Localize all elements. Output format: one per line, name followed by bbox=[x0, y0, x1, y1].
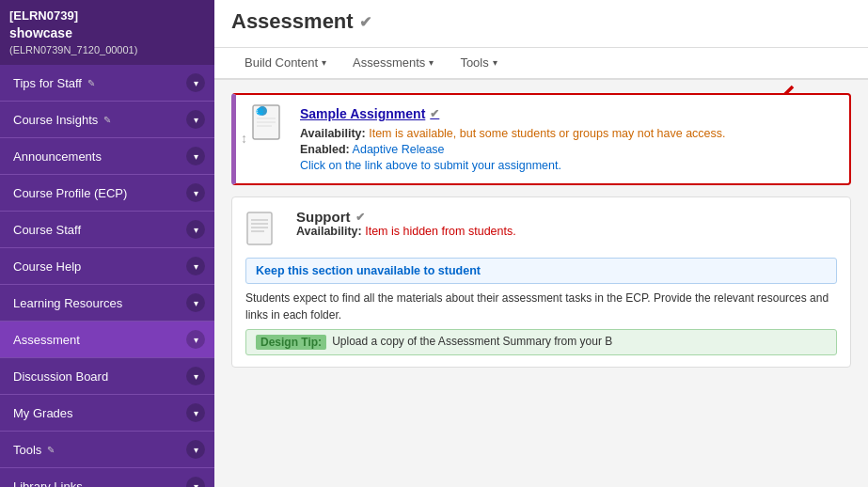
verified-icon: ✔ bbox=[430, 107, 439, 120]
external-link-icon: ✎ bbox=[47, 445, 55, 455]
assignment-body: Sample Assignment ✔ Availability: Item i… bbox=[300, 106, 836, 172]
support-header: Support ✔ Availability: Item is hidden f… bbox=[245, 209, 837, 248]
chevron-down-icon: ▾ bbox=[186, 73, 205, 92]
sidebar-item-announcements[interactable]: Announcements ▾ bbox=[0, 138, 214, 175]
support-description: Students expect to find all the material… bbox=[245, 290, 837, 323]
chevron-down-icon: ▾ bbox=[186, 110, 205, 129]
support-content: Support ✔ Availability: Item is hidden f… bbox=[296, 209, 516, 248]
tools-label: Tools bbox=[460, 55, 488, 70]
chevron-down-icon: ▾ bbox=[186, 330, 205, 349]
chevron-down-icon: ▾ bbox=[186, 440, 205, 459]
drag-handle: ↕ bbox=[241, 131, 247, 146]
sidebar-item-label: Tools bbox=[13, 443, 41, 457]
verified-icon: ✔ bbox=[355, 211, 365, 224]
sidebar-item-course-staff[interactable]: Course Staff ▾ bbox=[0, 212, 214, 248]
assignment-icon: 🌐 bbox=[249, 106, 289, 146]
build-content-label: Build Content bbox=[245, 55, 318, 70]
chevron-down-icon: ▾ bbox=[186, 403, 205, 422]
sidebar-item-label: Course Profile (ECP) bbox=[13, 186, 127, 200]
course-name: showcase bbox=[9, 24, 205, 43]
tools-button[interactable]: Tools ▾ bbox=[447, 48, 510, 80]
toolbar: Build Content ▾ Assessments ▾ Tools ▾ bbox=[214, 48, 868, 80]
dropdown-arrow-icon: ▾ bbox=[322, 57, 326, 68]
sidebar-item-course-help[interactable]: Course Help ▾ bbox=[0, 248, 214, 285]
sidebar-item-label: Tips for Staff bbox=[13, 76, 82, 90]
chevron-down-icon: ▾ bbox=[186, 147, 205, 165]
sidebar-item-label: Learning Resources bbox=[13, 296, 122, 310]
sidebar-item-label: Assessment bbox=[13, 333, 80, 347]
assessments-button[interactable]: Assessments ▾ bbox=[339, 48, 447, 80]
page-header: Assessment ✔ bbox=[214, 0, 868, 48]
assessments-label: Assessments bbox=[353, 55, 425, 70]
svg-rect-8 bbox=[247, 212, 272, 244]
course-id: (ELRN0739N_7120_00001) bbox=[9, 43, 205, 57]
design-tip-bar: Design Tip: Upload a copy of the Assessm… bbox=[245, 329, 837, 355]
page-title: Assessment ✔ bbox=[231, 9, 851, 34]
enabled-row: Enabled: Adaptive Release bbox=[300, 143, 836, 156]
main-content: Assessment ✔ Build Content ▾ Assessments… bbox=[214, 0, 868, 487]
sidebar-item-label: Library Links bbox=[13, 479, 83, 487]
chevron-down-icon: ▾ bbox=[186, 477, 205, 487]
chevron-down-icon: ▾ bbox=[186, 183, 205, 202]
course-code: [ELRN0739] bbox=[9, 8, 205, 24]
verified-icon: ✔ bbox=[359, 13, 371, 31]
design-tip-label: Design Tip: bbox=[256, 335, 326, 350]
svg-text:🌐: 🌐 bbox=[256, 107, 264, 116]
sidebar-item-label: Course Help bbox=[13, 259, 81, 274]
content-area: ↕ 🌐 Sample Assignment ✔ Availability: bbox=[214, 80, 868, 487]
sidebar-item-label: My Grades bbox=[13, 406, 73, 420]
chevron-down-icon: ▾ bbox=[186, 293, 205, 312]
chevron-down-icon: ▾ bbox=[186, 367, 205, 385]
sidebar-item-label: Announcements bbox=[13, 149, 102, 164]
support-icon bbox=[245, 209, 285, 248]
build-content-button[interactable]: Build Content ▾ bbox=[231, 48, 339, 80]
external-link-icon: ✎ bbox=[87, 78, 95, 88]
external-link-icon: ✎ bbox=[103, 115, 111, 125]
support-availability-value: Item is hidden from students. bbox=[365, 225, 516, 238]
support-availability-row: Availability: Item is hidden from studen… bbox=[296, 225, 516, 238]
sidebar-item-tips-for-staff[interactable]: Tips for Staff ✎ ▾ bbox=[0, 65, 214, 102]
assignment-card: ↕ 🌐 Sample Assignment ✔ Availability: bbox=[231, 93, 851, 185]
sidebar-item-label: Course Insights bbox=[13, 113, 98, 127]
sidebar-item-course-insights[interactable]: Course Insights ✎ ▾ bbox=[0, 102, 214, 138]
chevron-down-icon: ▾ bbox=[186, 257, 205, 275]
course-header[interactable]: [ELRN0739] showcase (ELRN0739N_7120_0000… bbox=[0, 0, 214, 65]
sidebar-item-learning-resources[interactable]: Learning Resources ▾ bbox=[0, 285, 214, 322]
dropdown-arrow-icon: ▾ bbox=[493, 57, 497, 68]
sidebar-item-course-profile[interactable]: Course Profile (ECP) ▾ bbox=[0, 175, 214, 212]
assignment-title[interactable]: Sample Assignment ✔ bbox=[300, 106, 836, 121]
sidebar-item-discussion-board[interactable]: Discussion Board ▾ bbox=[0, 358, 214, 395]
sidebar-item-label: Course Staff bbox=[13, 223, 81, 237]
dropdown-arrow-icon: ▾ bbox=[429, 57, 434, 68]
support-card: Support ✔ Availability: Item is hidden f… bbox=[231, 196, 851, 368]
assignment-link[interactable]: Click on the link above to submit your a… bbox=[300, 159, 836, 172]
design-tip-text: Upload a copy of the Assessment Summary … bbox=[332, 335, 612, 348]
enabled-value: Adaptive Release bbox=[353, 143, 445, 156]
availability-row: Availability: Item is available, but som… bbox=[300, 127, 836, 140]
sidebar-item-tools[interactable]: Tools ✎ ▾ bbox=[0, 432, 214, 468]
keep-section-notice: Keep this section unavailable to student bbox=[245, 258, 837, 284]
sidebar-item-label: Discussion Board bbox=[13, 369, 108, 384]
sidebar: [ELRN0739] showcase (ELRN0739N_7120_0000… bbox=[0, 0, 214, 487]
chevron-down-icon: ▾ bbox=[186, 220, 205, 239]
sidebar-item-library-links[interactable]: Library Links ▾ bbox=[0, 468, 214, 487]
sidebar-item-my-grades[interactable]: My Grades ▾ bbox=[0, 395, 214, 432]
sidebar-item-assessment[interactable]: Assessment ▾ bbox=[0, 322, 214, 358]
availability-value: Item is available, but some students or … bbox=[369, 127, 725, 140]
support-title: Support ✔ bbox=[296, 209, 516, 225]
